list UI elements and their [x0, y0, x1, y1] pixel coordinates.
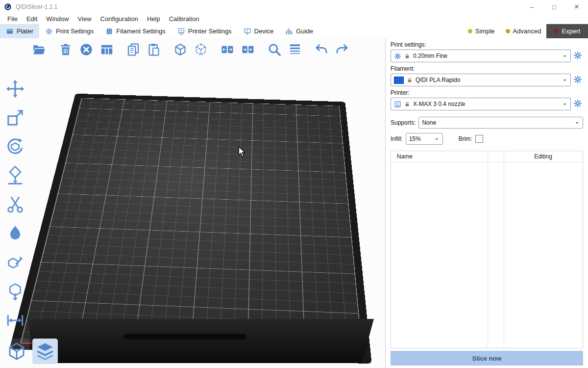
sink-icon — [5, 282, 25, 301]
brim-label: Brim: — [459, 135, 472, 142]
filament-color-swatch — [394, 77, 404, 84]
chevron-down-icon — [574, 120, 580, 126]
rotate-button[interactable] — [3, 135, 27, 158]
editor-view-button[interactable] — [4, 339, 29, 364]
filament-value: QIDI PLA Rapido — [416, 77, 559, 83]
sink-button[interactable] — [3, 280, 27, 303]
open-button[interactable] — [30, 41, 48, 58]
mode-label: Expert — [562, 27, 580, 35]
search-button[interactable] — [266, 41, 283, 58]
close-button[interactable]: × — [565, 0, 588, 14]
column-header-name[interactable]: Name — [391, 153, 488, 160]
tab-print-settings[interactable]: Print Settings — [39, 24, 99, 38]
tab-label: Guide — [296, 27, 313, 35]
printer-label: Printer: — [391, 89, 583, 96]
3d-viewport[interactable] — [0, 38, 385, 368]
printer-value: X-MAX 3 0.4 nozzle — [413, 101, 559, 107]
split-to-parts-icon — [241, 42, 255, 57]
gear-icon — [45, 27, 53, 35]
measure-button[interactable] — [3, 309, 27, 332]
move-button[interactable] — [3, 78, 27, 100]
seam-paint-icon — [5, 224, 25, 243]
delete-button[interactable] — [57, 41, 74, 58]
search-icon — [267, 42, 282, 57]
add-instance-button[interactable] — [172, 41, 189, 58]
menu-file[interactable]: File — [3, 14, 22, 24]
tab-guide[interactable]: Guide — [279, 24, 319, 38]
filament-gear-button[interactable] — [573, 75, 583, 85]
chevron-down-icon — [434, 136, 440, 142]
open-folder-icon — [32, 42, 47, 57]
cut-icon — [5, 195, 25, 214]
place-on-face-button[interactable] — [3, 164, 27, 187]
preset-gear-icon — [394, 53, 401, 60]
gizmo-toolbar — [3, 78, 27, 332]
seam-paint-button[interactable] — [3, 222, 27, 245]
mode-expert[interactable]: Expert — [546, 24, 588, 38]
app-window: QIDISlicer-1.1.1 – □ × File Edit Window … — [0, 0, 588, 368]
menu-help[interactable]: Help — [143, 14, 165, 24]
remove-instance-button[interactable] — [192, 41, 210, 58]
mode-simple[interactable]: Simple — [463, 24, 500, 38]
copy-button[interactable] — [124, 41, 142, 58]
menu-configuration[interactable]: Configuration — [96, 14, 143, 24]
filament-label: Filament: — [391, 65, 583, 72]
guide-icon — [285, 27, 293, 35]
menu-edit[interactable]: Edit — [22, 14, 42, 24]
tab-label: Plater — [17, 27, 33, 35]
menu-window[interactable]: Window — [42, 14, 73, 24]
mode-advanced[interactable]: Advanced — [500, 24, 547, 38]
arrange-button[interactable] — [98, 41, 116, 58]
copy-icon — [126, 42, 141, 57]
chevron-down-icon — [562, 53, 567, 59]
app-logo-icon — [4, 3, 12, 11]
chevron-down-icon — [562, 78, 567, 83]
3d-editor-view-icon — [6, 341, 27, 362]
maximize-button[interactable]: □ — [543, 0, 565, 14]
paste-button[interactable] — [145, 41, 163, 58]
brim-checkbox[interactable] — [475, 135, 483, 143]
split-to-parts-button[interactable] — [239, 41, 257, 58]
arrange-icon — [99, 42, 114, 57]
plater-icon — [6, 27, 14, 35]
delete-all-button[interactable] — [77, 41, 95, 58]
filament-icon — [105, 27, 113, 35]
redo-button[interactable] — [333, 41, 351, 58]
split-to-objects-icon — [220, 42, 235, 57]
supports-select[interactable]: None — [418, 117, 583, 129]
tab-device[interactable]: Device — [238, 24, 280, 38]
split-to-objects-button[interactable] — [219, 41, 236, 58]
preview-button[interactable] — [32, 339, 58, 364]
minimize-button[interactable]: – — [520, 0, 543, 14]
advanced-dot-icon — [506, 29, 510, 33]
printer-gear-button[interactable] — [573, 99, 583, 109]
place-on-face-icon — [5, 166, 25, 185]
slice-now-button[interactable]: Slice now — [391, 351, 583, 366]
simple-dot-icon — [468, 29, 472, 33]
menu-calibration[interactable]: Calibration — [165, 14, 204, 24]
tab-label: Printer Settings — [188, 27, 232, 35]
variable-layer-height-button[interactable] — [286, 41, 304, 58]
print-settings-gear-button[interactable] — [573, 51, 583, 61]
print-settings-select[interactable]: 0.20mm Fine — [391, 50, 571, 62]
filament-select[interactable]: QIDI PLA Rapido — [391, 74, 571, 86]
print-settings-label: Print settings: — [391, 41, 583, 48]
undo-button[interactable] — [313, 41, 330, 58]
tab-printer-settings[interactable]: Printer Settings — [172, 24, 238, 38]
support-paint-icon — [5, 253, 25, 272]
paste-icon — [147, 42, 161, 57]
lock-icon — [404, 53, 410, 59]
cut-button[interactable] — [3, 193, 27, 216]
object-list[interactable]: Name Editing — [391, 151, 583, 348]
printer-select[interactable]: X-MAX 3 0.4 nozzle — [391, 98, 571, 110]
lock-icon — [404, 101, 410, 107]
tab-plater[interactable]: Plater — [0, 24, 39, 38]
column-header-editing[interactable]: Editing — [504, 153, 583, 160]
scale-button[interactable] — [3, 106, 27, 129]
tab-filament-settings[interactable]: Filament Settings — [99, 24, 171, 38]
support-paint-button[interactable] — [3, 251, 27, 274]
object-list-header: Name Editing — [391, 151, 583, 162]
window-title: QIDISlicer-1.1.1 — [16, 3, 57, 10]
menu-view[interactable]: View — [74, 14, 96, 24]
infill-select[interactable]: 15% — [406, 133, 443, 145]
